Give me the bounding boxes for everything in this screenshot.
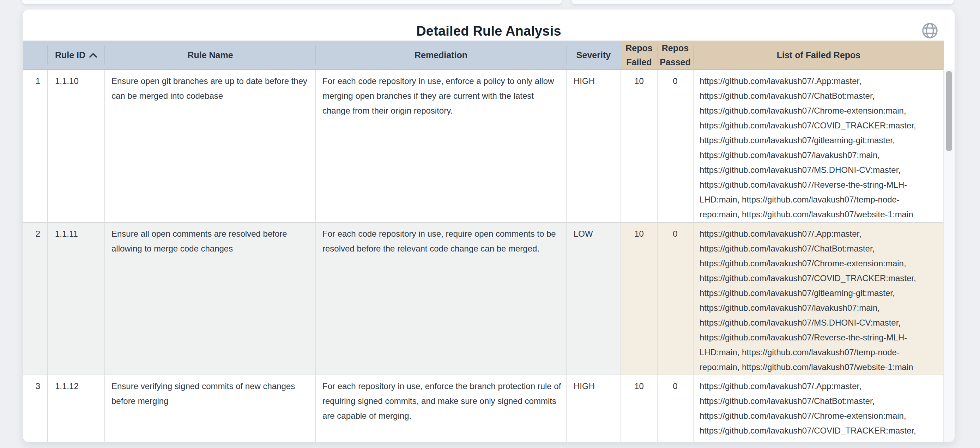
column-header-rule-id[interactable]: Rule ID bbox=[48, 41, 105, 70]
severity-value: LOW bbox=[566, 222, 621, 375]
remediation: For each code repository in use, require… bbox=[316, 222, 566, 375]
remediation: For each code repository in use, enforce… bbox=[316, 70, 566, 222]
row-index: 3 bbox=[23, 375, 48, 442]
page-title: Detailed Rule Analysis bbox=[23, 24, 955, 39]
rule-id: 1.1.11 bbox=[48, 222, 105, 375]
repos-passed-count: 0 bbox=[657, 70, 693, 222]
column-header-failed-repos-list[interactable]: List of Failed Repos bbox=[693, 41, 944, 70]
column-header-severity[interactable]: Severity bbox=[566, 41, 621, 70]
rule-id: 1.1.10 bbox=[48, 70, 105, 222]
failed-repos-list: https://github.com/lavakush07/.App:maste… bbox=[693, 222, 944, 375]
table-header-row: Rule ID Rule Name Remediation Severity R… bbox=[23, 41, 944, 70]
card-header: Detailed Rule Analysis bbox=[23, 10, 955, 41]
sort-ascending-icon bbox=[89, 52, 97, 58]
vertical-scrollbar[interactable] bbox=[943, 70, 955, 442]
repos-failed-count: 10 bbox=[621, 70, 657, 222]
top-card-remnant-right bbox=[571, 0, 954, 4]
column-header-rule-name[interactable]: Rule Name bbox=[105, 41, 316, 70]
rule-id: 1.1.12 bbox=[48, 375, 105, 442]
severity-value: HIGH bbox=[566, 375, 621, 442]
column-header-remediation[interactable]: Remediation bbox=[316, 41, 566, 70]
failed-repos-list: https://github.com/lavakush07/.App:maste… bbox=[693, 70, 944, 222]
detailed-rule-analysis-card: Detailed Rule Analysis Rule ID bbox=[23, 10, 955, 442]
table-row: 2 1.1.11 Ensure all open comments are re… bbox=[23, 222, 944, 375]
severity-value: HIGH bbox=[566, 70, 621, 222]
repos-failed-count: 10 bbox=[621, 222, 657, 375]
top-card-remnant-left bbox=[22, 0, 562, 4]
rule-name: Ensure verifying signed commits of new c… bbox=[105, 375, 316, 442]
row-index: 2 bbox=[23, 222, 48, 375]
rule-analysis-table: Rule ID Rule Name Remediation Severity R… bbox=[23, 41, 955, 442]
column-header-repos-failed[interactable]: Repos Failed bbox=[621, 41, 657, 70]
table-row: 1 1.1.10 Ensure open git branches are up… bbox=[23, 70, 944, 222]
column-header-repos-passed[interactable]: Repos Passed bbox=[657, 41, 693, 70]
table-row: 3 1.1.12 Ensure verifying signed commits… bbox=[23, 375, 944, 442]
remediation: For each repository in use, enforce the … bbox=[316, 375, 566, 442]
row-index: 1 bbox=[23, 70, 48, 222]
globe-icon[interactable] bbox=[921, 22, 939, 39]
repos-passed-count: 0 bbox=[657, 375, 693, 442]
rule-name: Ensure all open comments are resolved be… bbox=[105, 222, 316, 375]
scrollbar-thumb[interactable] bbox=[946, 71, 952, 151]
rule-name: Ensure open git branches are up to date … bbox=[105, 70, 316, 222]
failed-repos-list: https://github.com/lavakush07/.App:maste… bbox=[693, 375, 944, 442]
repos-passed-count: 0 bbox=[657, 222, 693, 375]
repos-failed-count: 10 bbox=[621, 375, 657, 442]
column-header-index bbox=[23, 41, 48, 70]
column-header-rule-id-label: Rule ID bbox=[55, 50, 85, 60]
